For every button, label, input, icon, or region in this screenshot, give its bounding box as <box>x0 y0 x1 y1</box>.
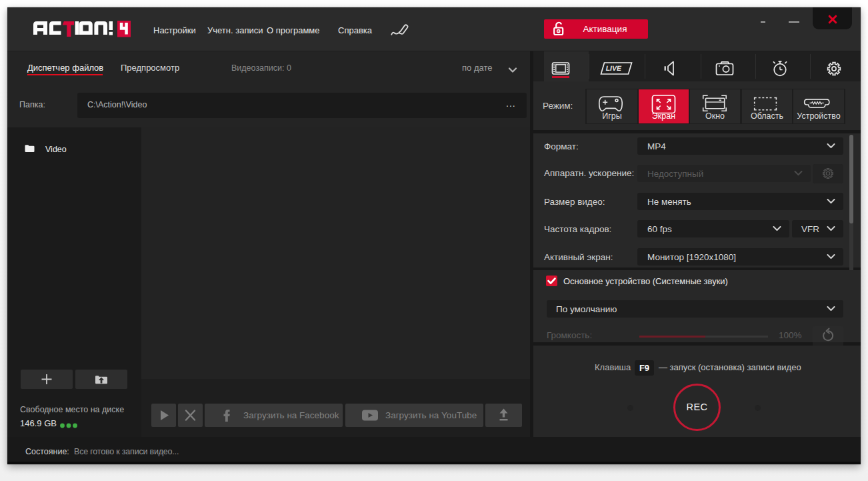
svg-text:LIVE: LIVE <box>605 65 622 73</box>
